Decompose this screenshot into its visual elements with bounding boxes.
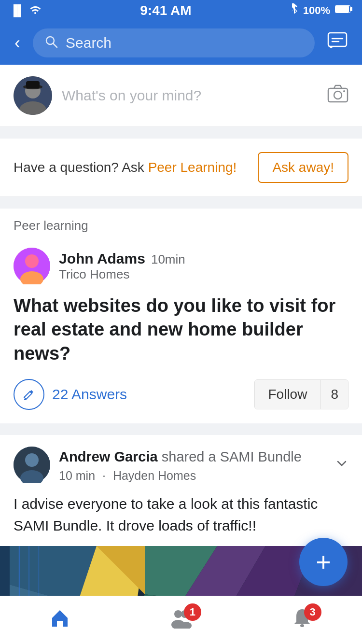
svg-rect-13 bbox=[26, 81, 40, 88]
question-card: John Adams 10min Trico Homes What websit… bbox=[0, 238, 362, 423]
peer-banner-static-text: Have a question? Ask bbox=[14, 160, 148, 175]
post-author-name: Andrew Garcia bbox=[59, 449, 158, 464]
follow-count: 8 bbox=[321, 380, 348, 409]
nav-bar: ‹ Search bbox=[0, 21, 362, 65]
author-info: John Adams 10min Trico Homes bbox=[59, 251, 185, 282]
fab-button[interactable]: + bbox=[299, 538, 348, 586]
svg-rect-3 bbox=[335, 6, 349, 13]
battery-icon bbox=[335, 4, 352, 17]
post-company: Hayden Homes bbox=[113, 469, 196, 482]
peer-learning-banner: Have a question? Ask Peer Learning! Ask … bbox=[0, 139, 362, 197]
search-icon bbox=[44, 35, 58, 52]
svg-point-16 bbox=[343, 90, 345, 92]
author-time: 10min bbox=[151, 252, 185, 267]
notifications-badge: 3 bbox=[304, 603, 321, 621]
svg-rect-6 bbox=[328, 33, 347, 46]
status-bar: ▐▌ 9:41 AM 100% bbox=[0, 0, 362, 21]
bottom-nav: 1 3 bbox=[0, 596, 362, 644]
nav-home[interactable] bbox=[30, 602, 90, 638]
post-text: I advise everyone to take a look at this… bbox=[0, 491, 362, 546]
nav-notifications[interactable]: 3 bbox=[272, 602, 332, 638]
search-input[interactable]: Search bbox=[66, 35, 111, 51]
svg-point-22 bbox=[25, 453, 39, 467]
people-badge: 1 bbox=[184, 603, 201, 621]
camera-icon[interactable] bbox=[327, 84, 348, 107]
peer-banner-text: Have a question? Ask Peer Learning! bbox=[14, 160, 237, 175]
post-author-info: Andrew Garcia shared a SAMI Bundle 10 mi… bbox=[59, 447, 326, 483]
follow-button[interactable]: Follow bbox=[255, 380, 321, 409]
post-header: Andrew Garcia shared a SAMI Bundle 10 mi… bbox=[0, 435, 362, 491]
answers-count: 22 Answers bbox=[52, 386, 127, 403]
author-name: John Adams bbox=[59, 251, 145, 267]
wifi-icon bbox=[28, 4, 42, 17]
author-avatar bbox=[14, 248, 50, 284]
svg-rect-14 bbox=[328, 88, 348, 102]
post-meta: 10 min · Hayden Homes bbox=[59, 469, 326, 483]
svg-point-48 bbox=[300, 624, 304, 627]
author-company: Trico Homes bbox=[59, 267, 185, 282]
home-icon bbox=[49, 607, 70, 633]
svg-line-5 bbox=[53, 43, 57, 47]
search-box[interactable]: Search bbox=[33, 28, 315, 57]
signal-icon: ▐▌ bbox=[10, 4, 25, 17]
section-label: Peer learning bbox=[0, 209, 362, 238]
post-author-line: Andrew Garcia shared a SAMI Bundle bbox=[59, 447, 326, 467]
answers-button[interactable]: 22 Answers bbox=[14, 379, 127, 410]
bluetooth-icon bbox=[290, 3, 298, 18]
battery-text: 100% bbox=[303, 4, 330, 17]
pencil-icon bbox=[14, 379, 44, 410]
status-right-icons: 100% bbox=[290, 3, 352, 18]
status-time: 9:41 AM bbox=[140, 3, 191, 18]
svg-point-44 bbox=[174, 610, 182, 618]
post-author-avatar bbox=[14, 447, 50, 483]
post-shared-text: shared a SAMI Bundle bbox=[162, 449, 302, 464]
user-avatar bbox=[14, 76, 52, 115]
divider-2 bbox=[0, 197, 362, 203]
composer-placeholder[interactable]: What's on your mind? bbox=[62, 87, 318, 104]
svg-rect-1 bbox=[350, 7, 352, 11]
dropdown-icon[interactable] bbox=[335, 457, 348, 474]
signal-indicators: ▐▌ bbox=[10, 4, 42, 17]
message-button[interactable] bbox=[322, 27, 352, 59]
svg-point-15 bbox=[334, 91, 342, 99]
question-author: John Adams 10min Trico Homes bbox=[14, 248, 348, 284]
question-actions: 22 Answers Follow 8 bbox=[14, 379, 348, 410]
divider-3 bbox=[0, 423, 362, 429]
peer-learning-link[interactable]: Peer Learning! bbox=[148, 160, 237, 175]
svg-point-18 bbox=[25, 254, 39, 268]
follow-group: Follow 8 bbox=[254, 379, 349, 409]
nav-people[interactable]: 1 bbox=[150, 602, 212, 638]
divider-1 bbox=[0, 127, 362, 133]
post-composer: What's on your mind? bbox=[0, 65, 362, 127]
question-title: What websites do you like to visit for r… bbox=[14, 294, 348, 365]
back-button[interactable]: ‹ bbox=[10, 28, 25, 58]
peer-learning-section: Peer learning John Adams 10min Trico Hom… bbox=[0, 209, 362, 423]
ask-away-button[interactable]: Ask away! bbox=[258, 152, 348, 183]
post-time: 10 min bbox=[59, 469, 95, 482]
